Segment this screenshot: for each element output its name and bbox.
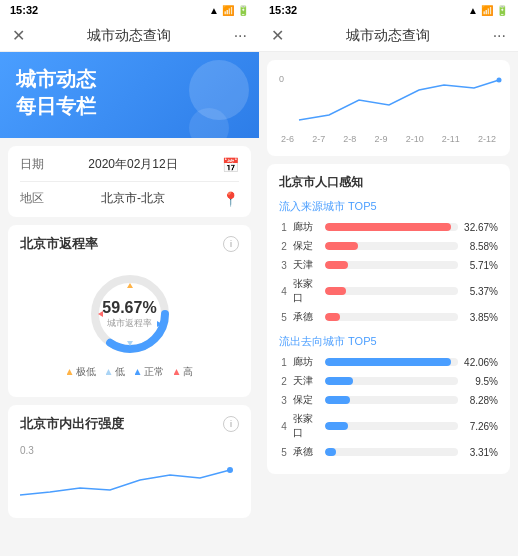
- legend-dot-very-low: [67, 369, 73, 375]
- inflow-pct-2: 8.58%: [462, 241, 498, 252]
- inflow-fill-2: [325, 242, 358, 250]
- donut-label: 城市返程率: [102, 317, 156, 330]
- time-right: 15:32: [269, 4, 297, 16]
- inflow-rank-2: 2: [279, 241, 289, 252]
- inflow-track-2: [325, 242, 458, 250]
- outflow-pct-1: 42.06%: [462, 357, 498, 368]
- inflow-list: 1 廊坊 32.67% 2 保定 8.58% 3: [279, 220, 498, 324]
- outflow-track-3: [325, 396, 458, 404]
- right-content: 0 2-6 2-7 2-8 2-9 2-10 2-11 2-12 北京市人口感知…: [259, 52, 518, 556]
- region-value: 北京市-北京: [101, 190, 165, 207]
- date-label: 日期: [20, 156, 44, 173]
- outflow-title: 流出去向城市 TOP5: [279, 334, 498, 349]
- inflow-name-4: 张家口: [293, 277, 321, 305]
- outflow-track-1: [325, 358, 458, 366]
- outflow-rank-4: 4: [279, 421, 289, 432]
- mobility-value: 0.3: [20, 445, 239, 456]
- status-icons-right: ▲ 📶 🔋: [468, 5, 508, 16]
- status-bar-right: 15:32 ▲ 📶 🔋: [259, 0, 518, 20]
- axis-2-8: 2-8: [343, 134, 356, 144]
- more-icon-right[interactable]: ···: [493, 27, 506, 45]
- legend-low: 低: [106, 365, 125, 379]
- donut-chart: 59.67% 城市返程率: [85, 269, 175, 359]
- outflow-fill-3: [325, 396, 350, 404]
- outflow-track-2: [325, 377, 458, 385]
- info-icon-return[interactable]: i: [223, 236, 239, 252]
- left-panel: 15:32 ▲ 📶 🔋 ✕ 城市动态查询 ··· 城市动态 每日专栏 日期 20…: [0, 0, 259, 556]
- signal-icon: 📶: [222, 5, 234, 16]
- close-icon-right[interactable]: ✕: [271, 26, 284, 45]
- inflow-name-5: 承德: [293, 310, 321, 324]
- outflow-fill-4: [325, 422, 348, 430]
- outflow-rank-5: 5: [279, 447, 289, 458]
- outflow-row-4: 4 张家口 7.26%: [279, 412, 498, 440]
- time-series-chart: 0: [279, 70, 507, 130]
- outflow-pct-2: 9.5%: [462, 376, 498, 387]
- outflow-row-1: 1 廊坊 42.06%: [279, 355, 498, 369]
- region-row[interactable]: 地区 北京市-北京 📍: [20, 190, 239, 207]
- info-icon-mobility[interactable]: i: [223, 416, 239, 432]
- legend-dot-normal: [135, 369, 141, 375]
- outflow-rank-1: 1: [279, 357, 289, 368]
- outflow-name-3: 保定: [293, 393, 321, 407]
- outflow-name-5: 承德: [293, 445, 321, 459]
- inflow-rank-4: 4: [279, 286, 289, 297]
- svg-point-8: [497, 78, 502, 83]
- inflow-fill-5: [325, 313, 340, 321]
- calendar-icon[interactable]: 📅: [222, 157, 239, 173]
- inflow-pct-1: 32.67%: [462, 222, 498, 233]
- nav-bar-right: ✕ 城市动态查询 ···: [259, 20, 518, 52]
- outflow-row-5: 5 承德 3.31%: [279, 445, 498, 459]
- divider: [20, 181, 239, 182]
- outflow-name-4: 张家口: [293, 412, 321, 440]
- inflow-track-1: [325, 223, 458, 231]
- date-row[interactable]: 日期 2020年02月12日 📅: [20, 156, 239, 173]
- axis-2-9: 2-9: [374, 134, 387, 144]
- legend-high: 高: [174, 365, 193, 379]
- outflow-pct-4: 7.26%: [462, 421, 498, 432]
- inflow-pct-3: 5.71%: [462, 260, 498, 271]
- nav-title-left: 城市动态查询: [87, 27, 171, 45]
- more-icon-left[interactable]: ···: [234, 27, 247, 45]
- axis-labels: 2-6 2-7 2-8 2-9 2-10 2-11 2-12: [279, 134, 498, 144]
- inflow-track-3: [325, 261, 458, 269]
- legend-normal: 正常: [135, 365, 164, 379]
- outflow-fill-2: [325, 377, 353, 385]
- right-panel: 15:32 ▲ 📶 🔋 ✕ 城市动态查询 ··· 0 2-6 2-7 2-8 2…: [259, 0, 518, 556]
- nav-bar-left: ✕ 城市动态查询 ···: [0, 20, 259, 52]
- mobility-header: 北京市内出行强度 i: [20, 415, 239, 433]
- hero-banner: 城市动态 每日专栏: [0, 52, 259, 138]
- wifi-icon: ▲: [209, 5, 219, 16]
- time-chart-card: 0 2-6 2-7 2-8 2-9 2-10 2-11 2-12: [267, 60, 510, 156]
- inflow-row-4: 4 张家口 5.37%: [279, 277, 498, 305]
- close-icon[interactable]: ✕: [12, 26, 25, 45]
- population-title: 北京市人口感知: [279, 174, 498, 191]
- inflow-row-5: 5 承德 3.85%: [279, 310, 498, 324]
- date-value: 2020年02月12日: [88, 156, 177, 173]
- location-icon[interactable]: 📍: [222, 191, 239, 207]
- legend-label-very-low: 极低: [76, 365, 96, 379]
- outflow-row-2: 2 天津 9.5%: [279, 374, 498, 388]
- outflow-rank-2: 2: [279, 376, 289, 387]
- inflow-pct-5: 3.85%: [462, 312, 498, 323]
- inflow-row-3: 3 天津 5.71%: [279, 258, 498, 272]
- outflow-name-2: 天津: [293, 374, 321, 388]
- outflow-pct-3: 8.28%: [462, 395, 498, 406]
- wifi-icon-right: ▲: [468, 5, 478, 16]
- status-icons-left: ▲ 📶 🔋: [209, 5, 249, 16]
- axis-2-10: 2-10: [406, 134, 424, 144]
- inflow-rank-5: 5: [279, 312, 289, 323]
- inflow-row-1: 1 廊坊 32.67%: [279, 220, 498, 234]
- left-content: 日期 2020年02月12日 📅 地区 北京市-北京 📍 北京市返程率 i: [0, 138, 259, 526]
- outflow-track-5: [325, 448, 458, 456]
- outflow-track-4: [325, 422, 458, 430]
- battery-icon: 🔋: [237, 5, 249, 16]
- mobility-card: 北京市内出行强度 i 0.3: [8, 405, 251, 518]
- outflow-fill-1: [325, 358, 451, 366]
- outflow-pct-5: 3.31%: [462, 447, 498, 458]
- axis-2-11: 2-11: [442, 134, 460, 144]
- outflow-row-3: 3 保定 8.28%: [279, 393, 498, 407]
- date-region-card: 日期 2020年02月12日 📅 地区 北京市-北京 📍: [8, 146, 251, 217]
- inflow-track-5: [325, 313, 458, 321]
- axis-2-7: 2-7: [312, 134, 325, 144]
